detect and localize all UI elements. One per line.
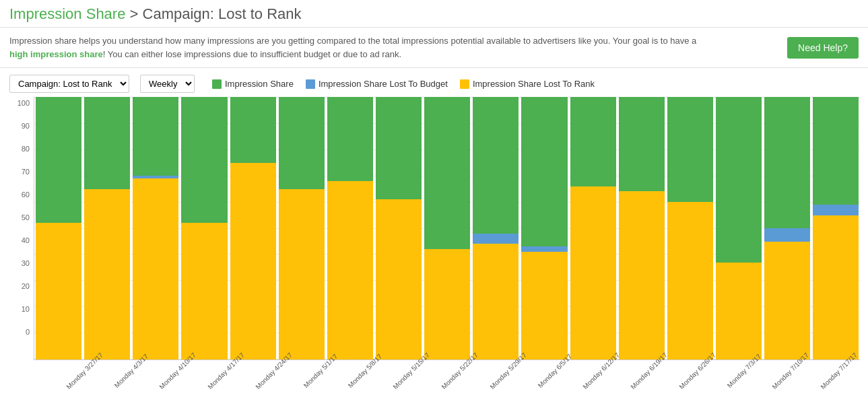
info-text: Impression share helps you understand ho… bbox=[9, 34, 716, 61]
bar-group[interactable] bbox=[326, 97, 374, 359]
bar-segment-rank bbox=[764, 242, 810, 360]
bar-segment-rank bbox=[667, 202, 713, 359]
bar-segment-budget bbox=[813, 205, 859, 215]
legend-label-1: Impression Share Lost To Budget bbox=[319, 79, 448, 89]
legend-item-1: Impression Share Lost To Budget bbox=[306, 79, 448, 89]
bar-segment-share bbox=[36, 97, 81, 223]
bar-segment-budget bbox=[473, 234, 519, 244]
bar-group[interactable] bbox=[180, 97, 228, 359]
bar-segment-rank bbox=[279, 189, 325, 360]
bar-group[interactable] bbox=[131, 97, 180, 359]
bar-segment-share bbox=[667, 97, 713, 202]
bar-group[interactable] bbox=[471, 97, 520, 359]
y-axis-label: 90 bbox=[9, 123, 34, 130]
y-axis-label: 50 bbox=[9, 214, 34, 221]
y-axis-label: 30 bbox=[9, 260, 34, 267]
bar-segment-share bbox=[764, 97, 810, 228]
legend-swatch-0 bbox=[212, 79, 222, 89]
bar-segment-share bbox=[570, 97, 616, 186]
bar-segment-rank bbox=[376, 199, 422, 359]
info-text-part2: ! You can either lose impressions due to… bbox=[103, 49, 402, 59]
y-axis-label: 0 bbox=[9, 329, 34, 336]
bar-segment-rank bbox=[716, 263, 762, 359]
y-axis-label: 80 bbox=[9, 145, 34, 153]
bar-group[interactable] bbox=[229, 97, 277, 359]
bar-segment-rank bbox=[424, 249, 470, 359]
y-axis-label: 40 bbox=[9, 237, 34, 244]
legend: Impression ShareImpression Share Lost To… bbox=[212, 79, 595, 89]
bar-segment-budget bbox=[521, 246, 567, 252]
breadcrumb-campaign: Campaign: Lost to Rank bbox=[143, 5, 302, 22]
bar-segment-rank bbox=[181, 223, 227, 359]
chart-area: 0102030405060708090100 Monday 3/27/17Mon… bbox=[0, 97, 868, 376]
bars-row bbox=[34, 97, 860, 360]
bar-segment-share bbox=[230, 97, 276, 163]
y-axis-label: 60 bbox=[9, 191, 34, 199]
bar-segment-share bbox=[376, 97, 422, 199]
frequency-dropdown[interactable]: Weekly bbox=[140, 75, 195, 93]
bar-group[interactable] bbox=[666, 97, 714, 359]
bar-group[interactable] bbox=[763, 97, 811, 359]
bar-segment-share bbox=[133, 97, 178, 176]
bar-segment-share bbox=[424, 97, 470, 249]
bar-segment-share bbox=[521, 97, 567, 246]
bar-group[interactable] bbox=[811, 97, 860, 359]
bar-segment-rank bbox=[36, 223, 81, 359]
breadcrumb-impression-share[interactable]: Impression Share bbox=[9, 5, 125, 22]
breadcrumb-separator: > bbox=[130, 5, 143, 22]
bar-group[interactable] bbox=[520, 97, 568, 359]
bar-group[interactable] bbox=[277, 97, 326, 359]
bar-group[interactable] bbox=[617, 97, 666, 359]
legend-item-2: Impression Share Lost To Rank bbox=[460, 79, 595, 89]
bar-segment-share bbox=[181, 97, 227, 223]
campaign-dropdown[interactable]: Campaign: Lost to Rank bbox=[9, 75, 129, 93]
bar-segment-rank bbox=[133, 178, 178, 359]
bar-segment-rank bbox=[813, 215, 859, 360]
y-axis: 0102030405060708090100 bbox=[9, 97, 34, 376]
bar-segment-rank bbox=[521, 252, 567, 359]
info-bar: Impression share helps you understand ho… bbox=[0, 28, 868, 68]
info-text-part1: Impression share helps you understand ho… bbox=[9, 36, 696, 46]
legend-swatch-1 bbox=[306, 79, 315, 89]
bar-segment-rank bbox=[619, 191, 665, 359]
bar-group[interactable] bbox=[34, 97, 83, 359]
bar-segment-rank bbox=[473, 244, 519, 359]
legend-label-0: Impression Share bbox=[225, 79, 294, 89]
bar-group[interactable] bbox=[83, 97, 131, 359]
bar-segment-share bbox=[84, 97, 130, 189]
bar-segment-rank bbox=[327, 181, 373, 359]
bar-group[interactable] bbox=[374, 97, 423, 359]
info-highlight: high impression share bbox=[9, 49, 103, 59]
y-axis-label: 100 bbox=[9, 100, 34, 107]
y-axis-label: 70 bbox=[9, 168, 34, 176]
bar-segment-share bbox=[813, 97, 859, 205]
bar-segment-rank bbox=[84, 189, 130, 360]
bar-segment-share bbox=[327, 97, 373, 181]
legend-label-2: Impression Share Lost To Rank bbox=[473, 79, 595, 89]
bar-segment-share bbox=[716, 97, 762, 263]
bar-segment-rank bbox=[230, 163, 276, 360]
need-help-button[interactable]: Need Help? bbox=[787, 37, 859, 59]
bar-segment-share bbox=[619, 97, 665, 191]
bar-group[interactable] bbox=[569, 97, 617, 359]
page-title: Impression Share > Campaign: Lost to Ran… bbox=[9, 5, 302, 22]
header: Impression Share > Campaign: Lost to Ran… bbox=[0, 0, 868, 28]
bar-segment-rank bbox=[570, 186, 616, 359]
y-axis-label: 10 bbox=[9, 306, 34, 313]
controls-bar: Campaign: Lost to Rank Weekly Impression… bbox=[0, 68, 868, 97]
bar-group[interactable] bbox=[714, 97, 763, 359]
legend-swatch-2 bbox=[460, 79, 469, 89]
legend-item-0: Impression Share bbox=[212, 79, 294, 89]
y-axis-label: 20 bbox=[9, 283, 34, 290]
bar-segment-budget bbox=[764, 228, 810, 242]
bar-group[interactable] bbox=[423, 97, 471, 359]
bar-segment-share bbox=[473, 97, 519, 234]
bar-segment-share bbox=[279, 97, 325, 189]
